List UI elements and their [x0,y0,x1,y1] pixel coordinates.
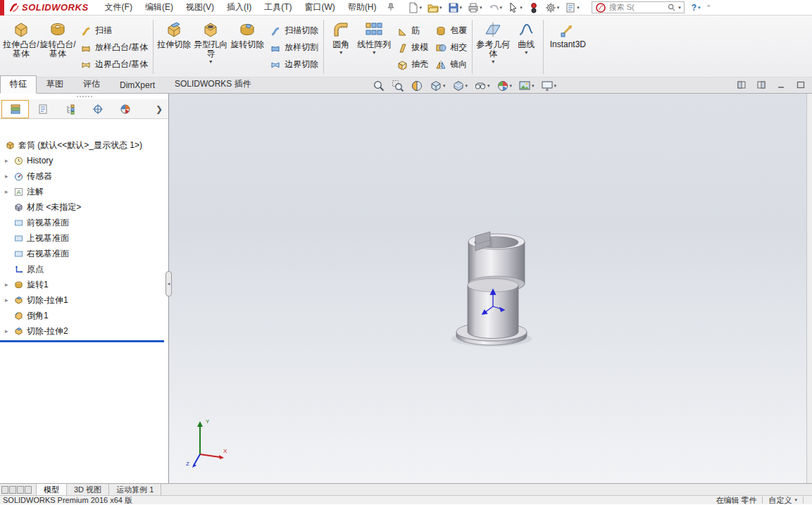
menu-edit[interactable]: 编辑(E) [139,0,180,15]
rib-button[interactable]: 筋 [396,23,428,38]
apply-scene-icon[interactable]: ▾ [518,79,535,93]
window-restore-left-icon[interactable] [736,80,747,89]
view-settings-icon[interactable]: ▾ [540,79,558,93]
curves-button[interactable]: 曲线 ▾ [511,17,541,77]
boundary-cut-button[interactable]: 边界切除 [270,57,318,72]
tree-item-history[interactable]: ▸ History [0,153,168,168]
reference-geometry-button[interactable]: 参考几何体 ▾ [475,17,511,77]
draft-button[interactable]: 拔模 [396,40,428,55]
menu-help[interactable]: 帮助(H) [342,0,383,15]
revolved-cut-button[interactable]: 旋转切除 [229,17,266,77]
hole-wizard-button[interactable]: 异型孔向导 ▾ [192,17,229,77]
configuration-manager-tab[interactable] [56,100,84,118]
property-manager-tab[interactable] [29,100,56,118]
tab-evaluate[interactable]: 评估 [73,75,110,94]
tree-item-annotations[interactable]: ▸ A 注解 [0,184,168,199]
display-manager-tab[interactable] [111,100,139,118]
collapse-icon[interactable]: ⌃ [706,4,712,11]
tab-addins[interactable]: SOLIDWORKS 插件 [165,75,261,94]
curves-icon [517,20,535,39]
tree-root-part[interactable]: 套筒 (默认<<默认>_显示状态 1>) [0,137,168,153]
custom-status-dropdown[interactable]: 自定义▾ [768,495,797,505]
tree-item-top-plane[interactable]: 上视基准面 [0,230,168,246]
command-manager-ribbon: 拉伸凸台/基体 旋转凸台/基体 扫描 放样凸台/基体 边界凸台/基体 拉伸切除 … [0,15,812,77]
panel-grip[interactable] [0,94,168,99]
panel-splitter-handle[interactable]: ◂ [165,271,172,297]
window-restore-right-icon[interactable] [756,80,767,89]
graphics-viewport[interactable]: Y X Z [169,94,806,483]
edit-appearance-icon[interactable]: ▾ [496,79,513,93]
select-cursor-button[interactable]: ▾ [506,1,525,15]
boundary-boss-button[interactable]: 边界凸台/基体 [80,57,148,72]
window-maximize-icon[interactable] [795,80,806,89]
lofted-cut-button[interactable]: 放样切割 [270,40,318,55]
undo-button[interactable]: ▾ [486,1,505,15]
title-bar: SOLIDWORKS 文件(F) 编辑(E) 视图(V) 插入(I) 工具(T)… [0,0,812,15]
tree-item-cut-extrude2[interactable]: ▸ 切除-拉伸2 [0,323,168,339]
tree-item-front-plane[interactable]: 前视基准面 [0,215,168,230]
open-button[interactable]: ▾ [425,1,444,15]
linear-pattern-button[interactable]: 线性阵列 ▾ [356,17,392,77]
search-box[interactable]: 搜索 S( ▾ [592,1,685,13]
doc-tab-model[interactable]: 模型 [36,484,67,495]
doc-tab-3d-views[interactable]: 3D 视图 [67,484,109,495]
tree-item-right-plane[interactable]: 右视基准面 [0,246,168,261]
tab-dimxpert[interactable]: DimXpert [110,77,165,94]
menu-window[interactable]: 窗口(W) [299,0,342,15]
section-view-icon[interactable] [410,79,424,93]
product-version-label: SOLIDWORKS Premium 2016 x64 版 [3,495,132,505]
tree-item-chamfer1[interactable]: 倒角1 [0,308,168,323]
rebuild-button[interactable] [526,1,542,15]
zoom-fit-icon[interactable] [372,79,386,93]
mirror-button[interactable]: 镜向 [435,57,467,72]
help-button[interactable]: ?▾ [692,3,701,13]
chamfer-icon [14,311,23,320]
editing-status-label: 在编辑 零件 [716,495,756,505]
swept-boss-button[interactable]: 扫描 [80,23,148,38]
new-document-button[interactable]: ▾ [406,1,425,15]
menu-tools[interactable]: 工具(T) [258,0,298,15]
revolved-cut-icon [238,20,256,39]
tree-item-revolve1[interactable]: ▸ 旋转1 [0,277,168,292]
material-icon [14,203,23,212]
dimxpert-manager-tab[interactable] [84,100,111,118]
menu-insert[interactable]: 插入(I) [220,0,258,15]
options-gear-button[interactable]: ▾ [543,1,562,15]
panel-expand-arrow[interactable]: ❯ [156,104,163,114]
tab-features[interactable]: 特征 [0,75,37,94]
feature-manager-tab[interactable] [1,100,29,118]
tree-item-material[interactable]: 材质 <未指定> [0,199,168,215]
rollback-bar[interactable] [0,340,164,342]
menu-file[interactable]: 文件(F) [99,0,139,15]
search-dropdown-icon[interactable]: ▾ [678,5,681,11]
tree-item-cut-extrude1[interactable]: ▸ 切除-拉伸1 [0,292,168,308]
lofted-boss-button[interactable]: 放样凸台/基体 [80,40,148,55]
search-icon[interactable] [668,4,675,11]
shell-button[interactable]: 抽壳 [396,57,428,72]
pin-menu-icon[interactable] [387,3,394,13]
doc-tab-motion-study[interactable]: 运动算例 1 [109,484,161,495]
menu-view[interactable]: 视图(V) [180,0,220,15]
viewport-split-buttons[interactable] [0,484,36,495]
swept-cut-button[interactable]: 扫描切除 [270,23,318,38]
display-style-icon[interactable]: ▾ [451,79,469,93]
view-orientation-icon[interactable]: ▾ [429,79,446,93]
tree-item-origin[interactable]: 原点 [0,261,168,277]
window-minimize-icon[interactable] [775,80,787,89]
extruded-boss-button[interactable]: 拉伸凸台/基体 [3,17,39,77]
document-tab-bar: 模型 3D 视图 运动算例 1 [0,483,812,495]
fillet-button[interactable]: 圆角 ▾ [326,17,356,77]
file-properties-button[interactable]: ▾ [563,1,582,15]
revolved-boss-button[interactable]: 旋转凸台/基体 [39,17,76,77]
search-input[interactable]: 搜索 S( [609,2,665,13]
intersect-button[interactable]: 相交 [435,40,467,55]
tree-item-sensors[interactable]: ▸ 传感器 [0,168,168,184]
wrap-button[interactable]: 包覆 [435,23,467,38]
tab-sketch[interactable]: 草图 [37,75,73,94]
print-button[interactable]: ▾ [466,1,485,15]
zoom-area-icon[interactable] [391,79,405,93]
extruded-cut-button[interactable]: 拉伸切除 [156,17,192,77]
hide-show-items-icon[interactable]: ▾ [473,79,491,93]
save-button[interactable]: ▾ [446,1,465,15]
instant3d-button[interactable]: Instant3D [546,17,589,77]
